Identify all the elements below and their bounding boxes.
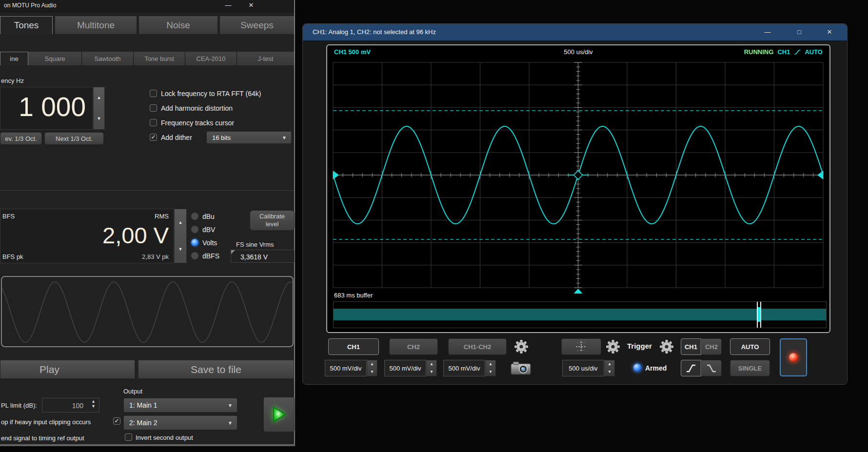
- frequency-value-box[interactable]: 1 000: [0, 87, 93, 130]
- maximize-button[interactable]: □: [792, 28, 807, 36]
- tab-label: Noise: [166, 20, 190, 31]
- dither-bits-dropdown[interactable]: 16 bits ▼: [206, 131, 292, 144]
- subtab-j-test[interactable]: J-test: [237, 52, 294, 65]
- ch1-button[interactable]: CH1: [328, 338, 379, 355]
- subtab-tone-burst[interactable]: Tone burst: [134, 52, 185, 65]
- timebase-spinner[interactable]: ▲▼: [604, 360, 615, 376]
- spin-up-icon[interactable]: ▲: [178, 220, 183, 225]
- screenshot-camera-icon[interactable]: [508, 361, 535, 375]
- level-spinner[interactable]: ▲ ▼: [174, 209, 187, 263]
- button-label: level: [266, 220, 279, 228]
- tab-tones[interactable]: Tones: [0, 16, 53, 34]
- subtab-sawtooth[interactable]: Sawtooth: [82, 52, 134, 65]
- save-to-file-button[interactable]: Save to file: [138, 360, 294, 379]
- button-label: CH2: [705, 343, 718, 351]
- calibrate-level-button[interactable]: Calibrate level: [250, 210, 295, 231]
- radio-volts[interactable]: [191, 239, 198, 246]
- fs-sine-vrms-label: FS sine Vrms: [236, 241, 274, 248]
- scope-plot-panel: CH1 500 mV 500 us/div RUNNING CH1 AUTO 6…: [326, 44, 830, 333]
- diff-vdiv-field[interactable]: 500 mV/div: [443, 360, 485, 376]
- spin-up-icon[interactable]: ▲: [430, 362, 434, 366]
- trigger-single-button[interactable]: SINGLE: [730, 360, 770, 376]
- tab-multitone[interactable]: Multitone: [55, 16, 137, 34]
- minimize-button[interactable]: —: [222, 1, 235, 9]
- scope-window-title: CH1: Analog 1, CH2: not selected at 96 k…: [313, 28, 436, 36]
- spin-down-icon[interactable]: ▼: [489, 370, 493, 374]
- radio-dbfs[interactable]: [191, 252, 198, 259]
- spin-up-icon[interactable]: ▲: [97, 96, 101, 100]
- spin-down-icon[interactable]: ▼: [97, 117, 101, 121]
- spl-limit-field[interactable]: 100 ▲ ▼: [42, 398, 99, 413]
- ch1-vdiv-spinner[interactable]: ▲▼: [367, 360, 377, 376]
- radio-dbv[interactable]: [191, 226, 198, 233]
- graticule-icon: [575, 340, 588, 353]
- spin-down-icon[interactable]: ▼: [430, 370, 434, 374]
- spin-up-icon[interactable]: ▲: [608, 362, 612, 366]
- output-channel2-dropdown[interactable]: 2: Main 2 ▼: [123, 415, 237, 430]
- rising-slope-button[interactable]: [681, 360, 701, 376]
- play-icon: [269, 404, 289, 425]
- trigger-settings-gear-icon[interactable]: [659, 339, 674, 354]
- next-third-octave-button[interactable]: Next 1/3 Oct.: [44, 132, 104, 145]
- trigger-source-ch2-button[interactable]: CH2: [701, 338, 722, 355]
- checkbox-stop-on-clipping[interactable]: ✓: [113, 417, 120, 425]
- buffer-position-marker[interactable]: [757, 302, 762, 328]
- frequency-label: ency Hz: [1, 77, 24, 84]
- level-value-box[interactable]: BFS RMS 2,00 V BFS pk 2,83 V pk: [0, 209, 174, 263]
- frequency-spinner[interactable]: ▲ ▼: [93, 87, 105, 130]
- channel-settings-gear-icon[interactable]: [513, 339, 529, 354]
- trigger-auto-button[interactable]: AUTO: [730, 338, 770, 355]
- play-button[interactable]: Play: [0, 360, 135, 379]
- spin-down-icon[interactable]: ▼: [608, 370, 612, 374]
- checkbox-frequency-tracks-cursor[interactable]: [150, 119, 157, 126]
- spin-down-icon[interactable]: ▼: [370, 370, 374, 374]
- radio-label: Volts: [202, 239, 217, 247]
- subtab-sine[interactable]: ine: [0, 52, 28, 65]
- button-label: ev. 1/3 Oct.: [5, 135, 37, 142]
- radio-dbu[interactable]: [191, 213, 198, 220]
- diff-vdiv-spinner[interactable]: ▲▼: [485, 360, 496, 376]
- spin-down-icon[interactable]: ▼: [91, 404, 96, 409]
- display-settings-gear-icon[interactable]: [605, 339, 621, 354]
- checkbox-add-dither[interactable]: ✓: [150, 134, 157, 141]
- minimize-button[interactable]: —: [760, 28, 775, 36]
- scope-titlebar[interactable]: CH1: Analog 1, CH2: not selected at 96 k…: [303, 24, 847, 40]
- spin-up-icon[interactable]: ▲: [489, 362, 493, 366]
- button-label: AUTO: [741, 343, 759, 351]
- trigger-source-ch1-button[interactable]: CH1: [681, 338, 701, 355]
- armed-indicator-led: [633, 364, 641, 372]
- tab-sweeps[interactable]: Sweeps: [220, 16, 294, 34]
- close-button[interactable]: ✕: [822, 28, 837, 36]
- spin-up-icon[interactable]: ▲: [370, 362, 374, 366]
- rising-edge-icon: [685, 362, 697, 374]
- ch1-vdiv-field[interactable]: 500 mV/div: [325, 360, 367, 376]
- spl-limit-spinner[interactable]: ▲ ▼: [91, 399, 96, 409]
- level-dbfs-pk-label: BFS pk: [2, 253, 23, 260]
- ch2-button[interactable]: CH2: [389, 338, 438, 355]
- generator-window: on MOTU Pro Audio — ✕ Tones Multitone No…: [0, 0, 295, 446]
- generator-titlebar[interactable]: on MOTU Pro Audio — ✕: [0, 0, 294, 13]
- fs-sine-vrms-field[interactable]: 3,3618 V: [231, 250, 295, 263]
- checkbox-invert-second-output[interactable]: [125, 433, 132, 441]
- falling-slope-button[interactable]: [701, 360, 722, 376]
- ch2-vdiv-spinner[interactable]: ▲▼: [426, 360, 437, 376]
- close-button[interactable]: ✕: [245, 1, 257, 9]
- trigger-slope-toggle: [681, 360, 722, 376]
- ch2-vdiv-field[interactable]: 500 mV/div: [384, 360, 426, 376]
- timebase-field[interactable]: 500 us/div: [562, 360, 604, 376]
- checkbox-lock-frequency[interactable]: [150, 90, 157, 97]
- buffer-overview-bar[interactable]: [333, 301, 827, 328]
- prev-third-octave-button[interactable]: ev. 1/3 Oct.: [0, 132, 42, 145]
- dropdown-value: 1: Main 1: [129, 401, 228, 409]
- tab-noise[interactable]: Noise: [139, 16, 217, 34]
- spin-down-icon[interactable]: ▼: [178, 247, 183, 252]
- tab-label: Multitone: [77, 20, 115, 31]
- generator-start-button[interactable]: [263, 397, 295, 432]
- record-button[interactable]: [780, 338, 807, 376]
- output-channel1-dropdown[interactable]: 1: Main 1 ▼: [123, 398, 237, 413]
- graticule-button[interactable]: [561, 338, 601, 355]
- checkbox-add-harmonic-distortion[interactable]: [150, 104, 157, 112]
- subtab-cea-2010[interactable]: CEA-2010: [185, 52, 237, 65]
- ch1-minus-ch2-button[interactable]: CH1-CH2: [448, 338, 507, 355]
- subtab-square[interactable]: Square: [28, 52, 82, 65]
